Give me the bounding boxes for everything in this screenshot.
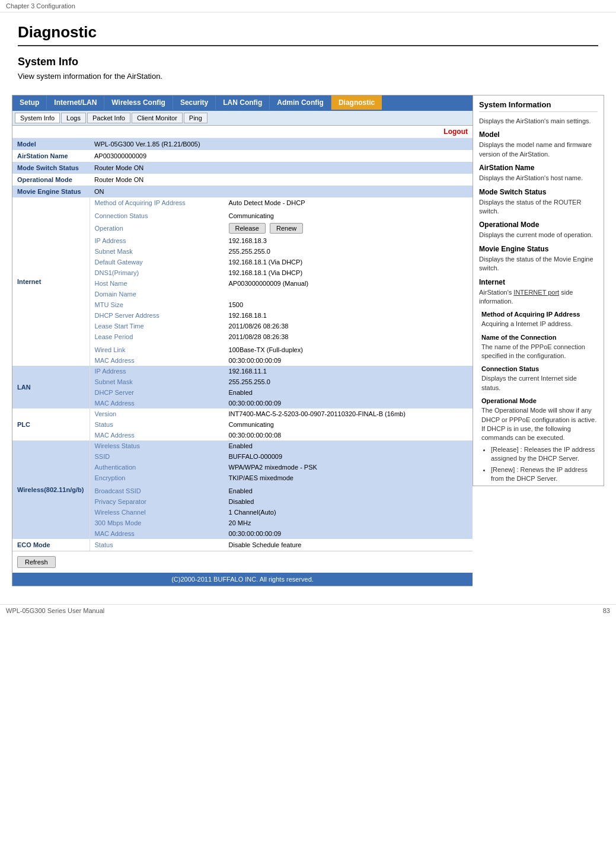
value-model: WPL-05G300 Ver.1.85 (R1.21/B005) [90, 138, 473, 150]
table-row-plc: PLC Version INT7400-MAC-5-2-5203-00-0907… [12, 408, 473, 419]
sub-value-lan-dhcp: Enabled [224, 387, 473, 398]
sub-label-lan-dhcp: DHCP Server [90, 387, 224, 398]
sub-label-wifi-status: Wireless Status [90, 441, 224, 451]
sub-label-domain: Domain Name [90, 289, 224, 299]
sub-label-ip: IP Address [90, 235, 224, 246]
rp-mode-switch: Mode Switch Status Displays the status o… [479, 188, 598, 216]
sub-label-mtu: MTU Size [90, 299, 224, 310]
release-button[interactable]: Release [229, 223, 266, 234]
rp-operational-mode-desc: Displays the current mode of operation. [479, 231, 598, 240]
sub-label-operation: Operation [90, 221, 224, 235]
right-panel: System Information Displays the AirStati… [473, 95, 604, 486]
table-row: Mode Switch Status Router Mode ON [12, 162, 473, 174]
page-title-section: Diagnostic System Info View system infor… [0, 12, 616, 95]
sub-label-plc-version: Version [90, 408, 224, 419]
sub-value-eco-status: Disable Schedule feature [224, 539, 473, 551]
label-eco: ECO Mode [12, 539, 90, 551]
sub-value-privacy-sep: Disabled [224, 496, 473, 507]
sub-value-lan-subnet: 255.255.255.0 [224, 376, 473, 387]
sub-value-mtu: 1500 [224, 299, 473, 310]
page-title: Diagnostic [18, 23, 598, 46]
sub-label-broadcast-ssid: Broadcast SSID [90, 486, 224, 496]
sub-label-wifi-mac: MAC Address [90, 528, 224, 539]
renew-button[interactable]: Renew [270, 223, 303, 234]
rp-name-connection-desc: The name of the PPPoE connection specifi… [481, 343, 598, 361]
value-mode-switch: Router Mode ON [90, 162, 473, 174]
table-row-internet: Internet Method of Acquiring IP Address … [12, 197, 473, 208]
sub-value-auth: WPA/WPA2 mixedmode - PSK [224, 462, 473, 473]
sub-label-plc-status: Status [90, 419, 224, 430]
right-panel-title: System Information [479, 100, 598, 112]
sub-label-privacy-sep: Privacy Separator [90, 496, 224, 507]
sub-value-lease-period: 2011/08/28 08:26:38 [224, 331, 473, 342]
sub-value-wifi-mac: 00:30:00:00:00:09 [224, 528, 473, 539]
sub-label-lan-ip: IP Address [90, 366, 224, 376]
section-title: System Info [18, 56, 598, 68]
rp-operational-mode-title: Operational Mode [479, 221, 598, 229]
value-operational-mode: Router Mode ON [90, 174, 473, 186]
sub-label-ssid: SSID [90, 451, 224, 462]
sub-tab-system-info[interactable]: System Info [15, 113, 60, 123]
label-movie-engine: Movie Engine Status [12, 186, 90, 197]
tab-lan-config[interactable]: LAN Config [216, 95, 270, 110]
rp-airstation-name-title: AirStation Name [479, 164, 598, 172]
sub-label-lan-subnet: Subnet Mask [90, 376, 224, 387]
rp-op-mode-desc: The Operational Mode will show if any DH… [481, 406, 598, 443]
rp-model-title: Model [479, 130, 598, 139]
sub-value-lease-start: 2011/08/26 08:26:38 [224, 321, 473, 331]
sub-tab-logs[interactable]: Logs [61, 113, 86, 123]
table-row: Operational Mode Router Mode ON [12, 174, 473, 186]
sub-label-gateway: Default Gateway [90, 257, 224, 267]
logout-bar: Logout [12, 126, 473, 138]
sub-value-mac-internet: 00:30:00:00:00:09 [224, 355, 473, 366]
sub-tab-client-monitor[interactable]: Client Monitor [132, 113, 183, 123]
sub-value-ssid: BUFFALO-000009 [224, 451, 473, 462]
sub-tab-ping[interactable]: Ping [184, 113, 208, 123]
sub-label-auth: Authentication [90, 462, 224, 473]
sub-value-gateway: 192.168.18.1 (Via DHCP) [224, 257, 473, 267]
rp-op-mode: Operational Mode The Operational Mode wi… [479, 397, 598, 483]
sub-value-300mbps: 20 MHz [224, 518, 473, 528]
logout-link[interactable]: Logout [443, 127, 468, 136]
label-mode-switch: Mode Switch Status [12, 162, 90, 174]
footer-bar: (C)2000-2011 BUFFALO INC. All rights res… [12, 573, 473, 586]
sub-tab-packet-info[interactable]: Packet Info [87, 113, 130, 123]
rp-method-ip: Method of Acquiring IP Address Acquiring… [479, 311, 598, 328]
sub-label-plc-mac: MAC Address [90, 430, 224, 441]
sub-value-domain [224, 289, 473, 299]
rp-conn-status-title: Connection Status [481, 365, 598, 372]
page-header: Chapter 3 Configuration [0, 0, 616, 12]
rp-internet-desc: AirStation's INTERNET port side informat… [479, 288, 598, 307]
sub-label-subnet: Subnet Mask [90, 246, 224, 257]
tab-internet-lan[interactable]: Internet/LAN [47, 95, 104, 110]
sub-value-lan-mac: 00:30:00:00:00:09 [224, 398, 473, 408]
rp-airstation-name: AirStation Name Displays the AirStation'… [479, 164, 598, 183]
tab-setup[interactable]: Setup [12, 95, 47, 110]
sub-label-lease-start: Lease Start Time [90, 321, 224, 331]
refresh-button[interactable]: Refresh [17, 556, 56, 568]
sub-tabs: System Info Logs Packet Info Client Moni… [12, 111, 473, 126]
tab-security[interactable]: Security [173, 95, 216, 110]
tab-admin-config[interactable]: Admin Config [270, 95, 331, 110]
rp-operational-mode: Operational Mode Displays the current mo… [479, 221, 598, 240]
sub-value-encrypt: TKIP/AES mixedmode [224, 473, 473, 483]
rp-airstation-name-desc: Displays the AirStation's host name. [479, 174, 598, 183]
rp-movie-engine-title: Movie Engine Status [479, 245, 598, 253]
sub-label-mac-internet: MAC Address [90, 355, 224, 366]
tab-wireless-config[interactable]: Wireless Config [104, 95, 173, 110]
sub-value-plc-version: INT7400-MAC-5-2-5203-00-0907-20110320-FI… [224, 408, 473, 419]
sub-label-300mbps: 300 Mbps Mode [90, 518, 224, 528]
sub-label-lan-mac: MAC Address [90, 398, 224, 408]
nav-tabs: Setup Internet/LAN Wireless Config Secur… [12, 95, 473, 111]
tab-diagnostic[interactable]: Diagnostic [331, 95, 382, 110]
rp-internet-title: Internet [479, 278, 598, 286]
rp-mode-switch-desc: Displays the status of the ROUTER switch… [479, 198, 598, 216]
label-plc: PLC [12, 408, 90, 441]
label-model: Model [12, 138, 90, 150]
sub-label-dhcp-server: DHCP Server Address [90, 310, 224, 321]
label-wireless: Wireless(802.11n/g/b) [12, 441, 90, 539]
label-internet: Internet [12, 197, 90, 366]
sub-value-wifi-status: Enabled [224, 441, 473, 451]
table-row: AirStation Name AP003000000009 [12, 150, 473, 162]
rp-intro: Displays the AirStation's main settings. [479, 117, 598, 126]
